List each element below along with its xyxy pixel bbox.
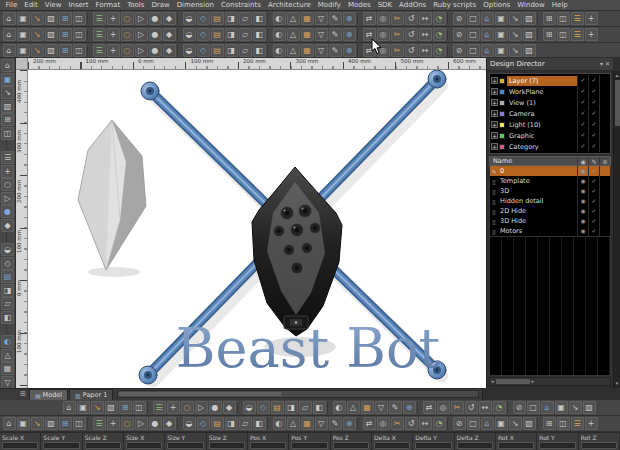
toolbar-icon[interactable]: ▧ bbox=[523, 28, 536, 41]
toolbar-icon[interactable]: ◐ bbox=[273, 417, 286, 430]
toolbar-icon[interactable]: + bbox=[585, 417, 598, 430]
toolbar-icon[interactable]: ↘ bbox=[509, 44, 522, 57]
toolbar-icon[interactable]: ▱ bbox=[239, 417, 252, 430]
toolbar-icon[interactable]: ⌂ bbox=[63, 401, 76, 414]
toolbar-icon[interactable]: ○ bbox=[121, 417, 134, 430]
toolbar-icon[interactable]: ◨ bbox=[225, 12, 238, 25]
toolbar-icon[interactable]: ☰ bbox=[571, 417, 584, 430]
toolbar-icon[interactable]: ✂ bbox=[451, 401, 464, 414]
toolbar-icon[interactable]: ◆ bbox=[1, 219, 14, 232]
toolbar-icon[interactable]: ✂ bbox=[391, 44, 404, 57]
toolbar-icon[interactable]: ▣ bbox=[495, 44, 508, 57]
layer-row-motors[interactable]: ▯Motors◉✓ bbox=[490, 226, 610, 236]
toolbar-icon[interactable]: □ bbox=[467, 28, 480, 41]
toolbar-icon[interactable]: ◨ bbox=[225, 28, 238, 41]
visibility-cell[interactable] bbox=[599, 97, 610, 108]
scrollbar-thumb[interactable] bbox=[119, 392, 281, 396]
toolbar-icon[interactable]: ▦ bbox=[1, 362, 14, 375]
toolbar-icon[interactable]: ▧ bbox=[583, 401, 596, 414]
visibility-cell[interactable] bbox=[599, 75, 610, 86]
toolbar-icon[interactable]: ◎ bbox=[437, 401, 450, 414]
tree-item-view-1[interactable]: +View (1)✓✓ bbox=[490, 97, 610, 108]
layer-visibility-cell[interactable]: ◉ bbox=[577, 186, 588, 196]
toolbar-icon[interactable]: ▤ bbox=[1, 270, 14, 283]
toolbar-icon[interactable]: ◔ bbox=[433, 12, 446, 25]
status-field-input[interactable] bbox=[539, 442, 575, 449]
toolbar-icon[interactable]: ↘ bbox=[31, 44, 44, 57]
visibility-cell[interactable]: ✓ bbox=[577, 97, 588, 108]
toolbar-icon[interactable]: ▷ bbox=[135, 417, 148, 430]
toolbar-icon[interactable]: ◧ bbox=[313, 401, 326, 414]
toolbar-icon[interactable]: ⊞ bbox=[1, 113, 14, 126]
toolbar-icon[interactable]: ▧ bbox=[105, 401, 118, 414]
toolbar-icon[interactable]: ⊘ bbox=[453, 28, 466, 41]
toolbar-icon[interactable]: ↺ bbox=[465, 401, 478, 414]
toolbar-icon[interactable]: ◐ bbox=[273, 44, 286, 57]
visibility-cell[interactable]: ✓ bbox=[577, 86, 588, 97]
toolbar-icon[interactable]: ↔ bbox=[419, 44, 432, 57]
toolbar-icon[interactable]: ⌂ bbox=[481, 44, 494, 57]
toolbar-icon[interactable]: ◐ bbox=[273, 12, 286, 25]
toolbar-icon[interactable]: ▦ bbox=[301, 44, 314, 57]
layer-visibility-cell[interactable] bbox=[599, 166, 610, 176]
layer-visibility-cell[interactable] bbox=[599, 186, 610, 196]
visibility-cell[interactable]: ✓ bbox=[577, 75, 588, 86]
status-field-input[interactable] bbox=[43, 442, 79, 449]
toolbar-icon[interactable]: ◇ bbox=[257, 401, 270, 414]
toolbar-icon[interactable]: ◫ bbox=[133, 401, 146, 414]
layer-row-3d-hide[interactable]: ▯3D Hide◉✓ bbox=[490, 216, 610, 226]
toolbar-icon[interactable]: ▣ bbox=[17, 28, 30, 41]
toolbar-icon[interactable]: ▽ bbox=[375, 401, 388, 414]
status-field-input[interactable] bbox=[374, 442, 410, 449]
toolbar-icon[interactable]: ◎ bbox=[377, 12, 390, 25]
toolbar-icon[interactable]: ○ bbox=[121, 12, 134, 25]
toolbar-icon[interactable]: ◔ bbox=[433, 44, 446, 57]
status-field-input[interactable] bbox=[167, 442, 203, 449]
toolbar-icon[interactable]: ● bbox=[149, 417, 162, 430]
toolbar-icon[interactable]: ◐ bbox=[273, 28, 286, 41]
toolbar-icon[interactable]: ◇ bbox=[197, 417, 210, 430]
tree-item-layer-7[interactable]: +Layer (7)✓✓ bbox=[490, 75, 610, 86]
toolbar-icon[interactable]: ▷ bbox=[1, 192, 14, 205]
toolbar-icon[interactable]: ⊕ bbox=[343, 417, 356, 430]
menu-item-sdk[interactable]: SDK bbox=[374, 0, 395, 10]
toolbar-icon[interactable]: ↘ bbox=[509, 417, 522, 430]
toolbar-icon[interactable]: ↘ bbox=[91, 401, 104, 414]
visibility-cell[interactable] bbox=[599, 130, 610, 141]
toolbar-icon[interactable]: ✂ bbox=[391, 12, 404, 25]
toolbar-icon[interactable]: ▣ bbox=[1, 73, 14, 86]
toolbar-icon[interactable]: ↘ bbox=[509, 28, 522, 41]
toolbar-icon[interactable]: ▤ bbox=[211, 417, 224, 430]
toolbar-icon[interactable]: ☰ bbox=[153, 401, 166, 414]
toolbar-icon[interactable]: △ bbox=[287, 28, 300, 41]
toolbar-icon[interactable]: ◐ bbox=[1, 335, 14, 348]
status-field-input[interactable] bbox=[457, 442, 493, 449]
toolbar-icon[interactable]: ● bbox=[209, 401, 222, 414]
toolbar-icon[interactable]: ✎ bbox=[329, 28, 342, 41]
toolbar-icon[interactable]: ○ bbox=[181, 401, 194, 414]
crystal-object[interactable] bbox=[78, 120, 146, 277]
toolbar-icon[interactable]: ⊘ bbox=[453, 12, 466, 25]
status-field-input[interactable] bbox=[209, 442, 245, 449]
toolbar-icon[interactable]: ⌂ bbox=[481, 417, 494, 430]
toolbar-icon[interactable]: + bbox=[585, 12, 598, 25]
toolbar-icon[interactable]: ◧ bbox=[253, 12, 266, 25]
tree-item-light-10[interactable]: +Light (10)✓✓ bbox=[490, 119, 610, 130]
toolbar-icon[interactable]: ◫ bbox=[557, 12, 570, 25]
toolbar-icon[interactable]: ▱ bbox=[239, 28, 252, 41]
toolbar-icon[interactable]: ◫ bbox=[73, 12, 86, 25]
toolbar-icon[interactable]: ⊞ bbox=[59, 44, 72, 57]
toolbar-icon[interactable]: ◧ bbox=[253, 44, 266, 57]
toolbar-icon[interactable]: ⊞ bbox=[59, 417, 72, 430]
status-field-input[interactable] bbox=[291, 442, 327, 449]
menu-item-view[interactable]: View bbox=[41, 0, 65, 10]
layer-visibility-cell[interactable] bbox=[599, 206, 610, 216]
toolbar-icon[interactable]: ◇ bbox=[197, 44, 210, 57]
toolbar-icon[interactable]: ↺ bbox=[405, 417, 418, 430]
toolbar-icon[interactable]: □ bbox=[467, 12, 480, 25]
menu-item-edit[interactable]: Edit bbox=[21, 0, 42, 10]
toolbar-icon[interactable]: ⊘ bbox=[453, 417, 466, 430]
layer-visibility-cell[interactable]: ◉ bbox=[577, 216, 588, 226]
drawing-canvas[interactable]: Beast Bot bbox=[28, 70, 486, 388]
panel-close-icon[interactable]: ✕ bbox=[605, 60, 610, 68]
